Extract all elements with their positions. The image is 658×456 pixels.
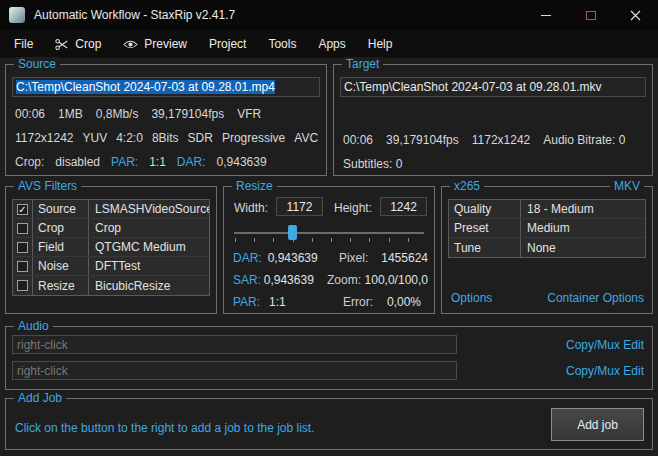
dar-value: 0,943639 (268, 251, 339, 265)
menu-preview[interactable]: Preview (112, 30, 198, 58)
filter-row-field[interactable]: Field QTGMC Medium (13, 238, 209, 257)
source-group: Source C:\Temp\CleanShot 2024-07-03 at 0… (5, 64, 327, 176)
source-par-value[interactable]: 1:1 (149, 155, 166, 169)
maximize-button[interactable] (568, 0, 613, 30)
height-input[interactable] (380, 197, 427, 216)
filter-row-resize[interactable]: Resize BicubicResize (13, 276, 209, 295)
width-input[interactable] (276, 197, 323, 216)
target-subtitles: Subtitles: 0 (343, 157, 402, 171)
eye-icon (123, 39, 138, 50)
close-button[interactable] (613, 0, 658, 30)
audio-track1-edit-link[interactable]: Edit (623, 338, 644, 352)
avs-filters-group: AVS Filters ✓ Source LSMASHVideoSource C… (5, 186, 217, 314)
encoder-options-link[interactable]: Options (451, 291, 492, 305)
audio-track2-edit-link[interactable]: Edit (623, 364, 644, 378)
filter-value[interactable]: DFTTest (89, 259, 209, 273)
maximize-icon (586, 11, 596, 20)
source-group-label: Source (14, 57, 60, 71)
menu-crop[interactable]: Crop (44, 30, 112, 58)
menu-tools[interactable]: Tools (257, 30, 307, 58)
filter-checkbox-resize[interactable] (13, 276, 33, 295)
encoder-row-preset[interactable]: Preset Medium (449, 219, 645, 238)
filter-row-noise[interactable]: Noise DFTTest (13, 257, 209, 276)
source-path-text: C:\Temp\CleanShot 2024-07-03 at 09.28.01… (16, 80, 275, 94)
add-job-group: Add Job Click on the button to the right… (5, 398, 653, 450)
menu-file[interactable]: File (3, 30, 44, 58)
close-icon (630, 10, 641, 21)
encoder-setting-value[interactable]: Medium (521, 221, 645, 235)
checkbox-mark: ✓ (17, 204, 28, 215)
audio-track2-copy-mux-link[interactable]: Copy/Mux (566, 364, 620, 378)
source-crop-par-dar: Crop: disabled PAR: 1:1 DAR: 0,943639 (15, 155, 267, 169)
source-fps: 39,179104fps (151, 107, 224, 121)
add-job-button[interactable]: Add job (551, 408, 644, 441)
encoder-setting-name: Tune (449, 238, 521, 257)
checkbox-mark (17, 242, 28, 253)
encoder-setting-value[interactable]: 18 - Medium (521, 202, 645, 216)
height-label: Height: (334, 201, 372, 215)
target-path-text: C:\Temp\CleanShot 2024-07-03 at 09.28.01… (344, 80, 601, 94)
filter-value[interactable]: Crop (89, 221, 209, 235)
checkbox-mark (17, 223, 28, 234)
source-depth: 8Bits (152, 131, 179, 145)
menu-apps[interactable]: Apps (307, 30, 356, 58)
checkbox-mark (17, 261, 28, 272)
audio-track1-copy-mux-link[interactable]: Copy/Mux (566, 338, 620, 352)
menu-project[interactable]: Project (198, 30, 257, 58)
filter-checkbox-crop[interactable] (13, 219, 33, 237)
audio-track1-input[interactable] (12, 335, 457, 354)
source-dar-label: DAR: (177, 155, 206, 169)
source-info-video: 1172x1242 YUV 4:2:0 8Bits SDR Progressiv… (15, 131, 318, 145)
filter-row-crop[interactable]: Crop Crop (13, 219, 209, 238)
source-codec: AVC (294, 131, 318, 145)
slider-ticks (235, 238, 424, 242)
encoder-row-tune[interactable]: Tune None (449, 238, 645, 257)
encoder-group: x265 MKV Quality 18 - Medium Preset Medi… (441, 186, 653, 314)
add-job-group-label: Add Job (14, 391, 66, 405)
resize-slider[interactable] (232, 223, 426, 245)
filter-table: ✓ Source LSMASHVideoSource Crop Crop Fie… (12, 199, 210, 296)
menu-help[interactable]: Help (357, 30, 404, 58)
filter-value[interactable]: BicubicResize (89, 279, 209, 293)
source-path-input[interactable]: C:\Temp\CleanShot 2024-07-03 at 09.28.01… (12, 77, 320, 97)
titlebar: Automatic Workflow - StaxRip v2.41.7 (0, 0, 658, 30)
source-resolution: 1172x1242 (15, 131, 74, 145)
minimize-button[interactable] (523, 0, 568, 30)
filter-value[interactable]: LSMASHVideoSource (89, 202, 209, 216)
encoder-setting-name: Quality (449, 200, 521, 218)
source-dar-value[interactable]: 0,943639 (217, 155, 267, 169)
filter-checkbox-source[interactable]: ✓ (13, 200, 33, 218)
filter-checkbox-field[interactable] (13, 238, 33, 256)
filter-row-source[interactable]: ✓ Source LSMASHVideoSource (13, 200, 209, 219)
source-bitrate: 0,8Mb/s (96, 107, 139, 121)
slider-track (234, 232, 424, 234)
container-options-link[interactable]: Container Options (547, 291, 644, 305)
resize-group-label: Resize (232, 179, 277, 193)
filter-name: Source (33, 200, 89, 218)
source-rate-mode: VFR (237, 107, 261, 121)
filter-value[interactable]: QTGMC Medium (89, 240, 209, 254)
target-fps: 39,179104fps (386, 133, 459, 147)
source-scan: Progressive (222, 131, 285, 145)
source-info-primary: 00:06 1MB 0,8Mb/s 39,179104fps VFR (15, 107, 261, 121)
zoom-label: Zoom: (327, 273, 365, 287)
zoom-value: 100,0/100,0 (365, 273, 428, 287)
encoder-group-label[interactable]: x265 (450, 179, 484, 193)
filter-checkbox-noise[interactable] (13, 257, 33, 275)
dar-label: DAR: (233, 251, 268, 265)
par-value: 1:1 (269, 295, 343, 309)
encoder-setting-value[interactable]: None (521, 241, 645, 255)
container-group-label[interactable]: MKV (610, 179, 644, 193)
error-label: Error: (343, 295, 387, 309)
source-crop-value[interactable]: disabled (55, 155, 100, 169)
error-value: 0,00% (387, 295, 428, 309)
target-info-primary: 00:06 39,179104fps 1172x1242 Audio Bitra… (343, 133, 625, 147)
slider-thumb[interactable] (288, 225, 297, 240)
menu-tools-label: Tools (268, 37, 296, 51)
audio-track2-input[interactable] (12, 361, 457, 380)
encoder-row-quality[interactable]: Quality 18 - Medium (449, 200, 645, 219)
menu-crop-label: Crop (75, 37, 101, 51)
window-title: Automatic Workflow - StaxRip v2.41.7 (34, 8, 235, 22)
target-path-input[interactable]: C:\Temp\CleanShot 2024-07-03 at 09.28.01… (340, 77, 646, 97)
menu-preview-label: Preview (144, 37, 187, 51)
